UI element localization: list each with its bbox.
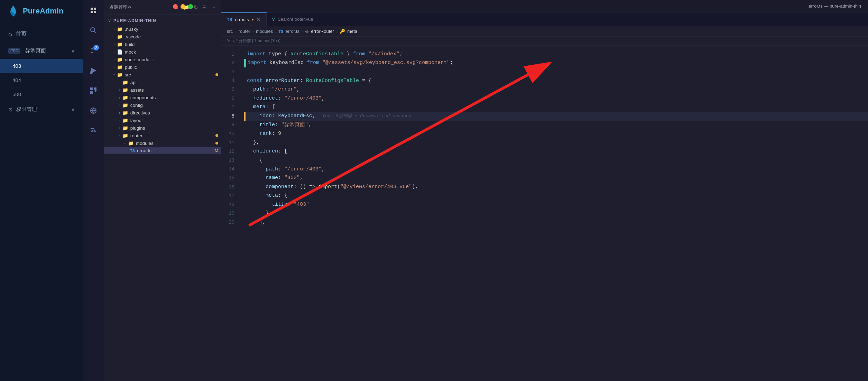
modified-badge: M xyxy=(215,148,218,153)
folder-plugins[interactable]: › 📁 plugins xyxy=(104,124,221,132)
window-controls xyxy=(173,4,193,9)
sidebar-item-403[interactable]: 403 xyxy=(0,59,83,73)
folder-config[interactable]: › 📁 config xyxy=(104,101,221,109)
close-button[interactable] xyxy=(173,4,178,9)
sidebar-menu: ⌂ 首页 ESC 异常页面 ∧ 403 404 500 ⊙ 权限管理 xyxy=(0,22,83,381)
code-line-1: import type { RouteConfigsTable } from "… xyxy=(244,50,868,59)
breadcrumb-router[interactable]: router xyxy=(239,29,250,34)
tab-label: error.ts xyxy=(235,17,249,22)
permissions-label: 权限管理 xyxy=(16,106,37,113)
folder-name: mock xyxy=(125,49,136,55)
folder-name: .husky xyxy=(125,27,138,32)
line-numbers: 1 2 3 4 5 6 7 8 9 10 11 12 13 14 15 16 1 xyxy=(221,46,239,381)
breadcrumb-src[interactable]: src xyxy=(227,29,233,34)
code-line-2: import keyboardEsc from "@/assets/svg/ke… xyxy=(244,59,868,68)
activity-source-control[interactable]: 2 xyxy=(86,44,100,57)
folder-node-modules[interactable]: › 📁 node_modul... xyxy=(104,56,221,63)
tabs-bar: TS error.ts ● ✕ V SearchFooter.vue xyxy=(221,12,868,26)
folder-directives[interactable]: › 📁 directives xyxy=(104,109,221,117)
sidebar: PureAdmin ⌂ 首页 ESC 异常页面 ∧ 403 404 500 xyxy=(0,0,83,381)
refresh-icon[interactable]: ↻ xyxy=(194,4,198,10)
logo-area: PureAdmin xyxy=(0,0,83,22)
folder-tree: ∨ PURE-ADMIN-THIN › 📁 .husky › 📁 .vscode… xyxy=(104,15,221,381)
sidebar-item-404[interactable]: 404 xyxy=(0,73,83,87)
breadcrumb-ts-icon: TS xyxy=(278,29,283,34)
folder-components[interactable]: › 📁 components xyxy=(104,94,221,101)
code-content[interactable]: import type { RouteConfigsTable } from "… xyxy=(239,46,868,381)
svg-rect-4 xyxy=(94,11,96,13)
tree-root[interactable]: ∨ PURE-ADMIN-THIN xyxy=(104,16,221,25)
modified-dot xyxy=(215,142,218,145)
folder-public[interactable]: › 📁 public xyxy=(104,63,221,71)
tab-error-ts[interactable]: TS error.ts ● ✕ xyxy=(221,12,267,26)
svg-rect-15 xyxy=(94,87,96,90)
activity-run[interactable] xyxy=(86,64,100,77)
svg-rect-16 xyxy=(90,91,93,94)
folder-assets[interactable]: › 📁 assets xyxy=(104,86,221,94)
sidebar-section-permissions: ⊙ 权限管理 ∨ xyxy=(0,101,83,118)
vscode-layout: 2 xyxy=(83,0,868,381)
code-line-11: }, xyxy=(244,138,868,147)
breadcrumb-error-router[interactable]: errorRouter xyxy=(311,29,334,34)
git-blame-text: You, 2分钟前 | 1 author (You) xyxy=(227,38,280,43)
home-label: 首页 xyxy=(16,30,27,38)
folder-layout[interactable]: › 📁 layout xyxy=(104,117,221,124)
folder-name: directives xyxy=(130,110,150,115)
inline-blame: You, 8秒钟前 • Uncommitted changes xyxy=(322,113,411,120)
activity-search[interactable] xyxy=(86,24,100,37)
file-error-ts[interactable]: TS error.ts M xyxy=(104,147,221,154)
code-editor[interactable]: 1 2 3 4 5 6 7 8 9 10 11 12 13 14 15 16 1 xyxy=(221,46,868,381)
breadcrumb-modules[interactable]: modules xyxy=(256,29,273,34)
folder-router[interactable]: › 📁 router xyxy=(104,132,221,139)
activity-bar: 2 xyxy=(83,0,104,381)
sidebar-item-500[interactable]: 500 xyxy=(0,87,83,101)
activity-remote[interactable] xyxy=(86,104,100,118)
folder-src[interactable]: › 📁 src xyxy=(104,71,221,78)
chevron-down-icon: ∨ xyxy=(108,18,111,23)
chevron-up-icon: ∧ xyxy=(71,48,75,54)
folder-api[interactable]: › 📁 api xyxy=(104,78,221,86)
code-line-13: { xyxy=(244,156,868,165)
logo-text: PureAdmin xyxy=(23,7,63,16)
close-tab-icon[interactable]: ✕ xyxy=(257,17,261,22)
svg-rect-14 xyxy=(90,87,93,90)
folder-name: modules xyxy=(136,141,154,146)
folder-name: public xyxy=(125,65,137,70)
activity-explorer[interactable] xyxy=(86,3,100,17)
code-line-16: component: () => import("@/views/error/4… xyxy=(244,183,868,192)
svg-point-0 xyxy=(11,13,15,16)
vscode-area: 2 xyxy=(83,0,868,381)
folder-name: node_modul... xyxy=(125,57,155,62)
minimize-button[interactable] xyxy=(181,4,185,9)
folder-vscode[interactable]: › 📁 .vscode xyxy=(104,33,221,40)
folder-modules[interactable]: › 📁 modules xyxy=(104,139,221,147)
error-pages-header[interactable]: ESC 异常页面 ∧ xyxy=(0,43,83,59)
maximize-button[interactable] xyxy=(188,4,193,9)
key-icon: ⊙ xyxy=(8,106,13,113)
code-line-18: title: "403" xyxy=(244,200,868,209)
code-line-7: meta: { xyxy=(244,103,868,112)
activity-extensions[interactable] xyxy=(86,84,100,97)
sidebar-item-home[interactable]: ⌂ 首页 xyxy=(0,26,83,43)
breadcrumb-meta[interactable]: meta xyxy=(347,29,357,34)
tab-search-footer[interactable]: V SearchFooter.vue xyxy=(267,12,319,26)
chevron-down-icon: ∨ xyxy=(71,107,75,112)
folder-name: config xyxy=(130,103,143,108)
code-line-6: redirect: "/error/403", xyxy=(244,94,868,103)
code-line-10: rank: 9 xyxy=(244,129,868,138)
breadcrumb-file[interactable]: error.ts xyxy=(286,29,299,34)
activity-translate[interactable] xyxy=(86,124,100,138)
folder-name: api xyxy=(130,80,137,85)
breadcrumb-error-router-icon: ⊕ xyxy=(305,29,309,34)
code-line-3 xyxy=(244,67,868,76)
folder-build[interactable]: › 📁 build xyxy=(104,40,221,48)
explorer-header: 资源管理器 ⊕ 📁 ↻ ⊟ ··· xyxy=(104,0,221,15)
folder-husky[interactable]: › 📁 .husky xyxy=(104,25,221,33)
folder-mock[interactable]: › 📄 mock xyxy=(104,48,221,56)
folder-name: src xyxy=(125,72,131,77)
more-actions-icon[interactable]: ··· xyxy=(211,4,215,10)
code-line-14: path: "/error/403", xyxy=(244,165,868,174)
permissions-header[interactable]: ⊙ 权限管理 ∨ xyxy=(0,101,83,118)
collapse-icon[interactable]: ⊟ xyxy=(202,4,207,10)
code-line-20: }, xyxy=(244,218,868,227)
